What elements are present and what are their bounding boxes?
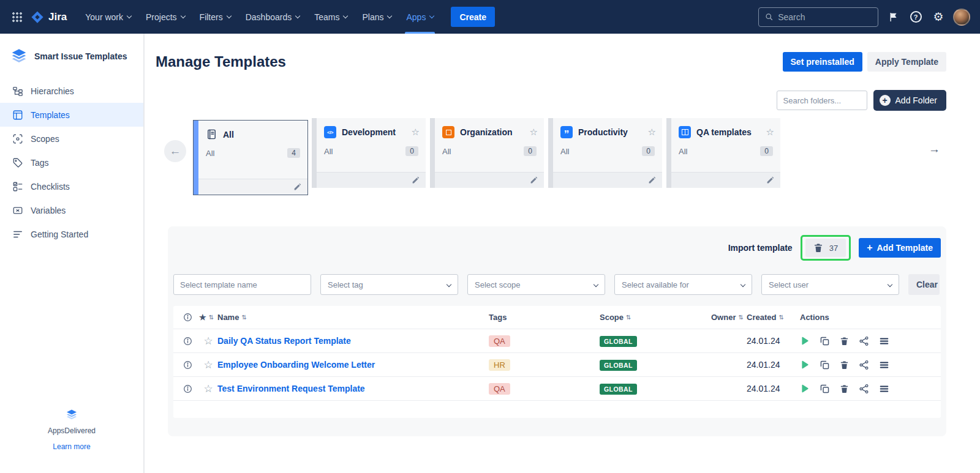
select-value: Select available for: [622, 280, 689, 289]
user-filter-select[interactable]: Select user: [761, 274, 899, 295]
sidebar-item-getting-started[interactable]: Getting Started: [0, 222, 143, 246]
edit-folder-button[interactable]: [766, 176, 774, 184]
row-actions: [800, 384, 941, 394]
run-template-button[interactable]: [800, 384, 810, 393]
apply-template-button[interactable]: Apply Template: [867, 52, 946, 72]
scope-filter-select[interactable]: Select scope: [467, 274, 605, 295]
nav-dashboards[interactable]: Dashboards: [238, 0, 307, 34]
favorite-star-icon[interactable]: ☆: [199, 335, 217, 348]
favorite-star-icon[interactable]: ☆: [530, 127, 538, 138]
row-menu-button[interactable]: [879, 360, 889, 370]
edit-folder-button[interactable]: [648, 176, 656, 184]
scope-column-header[interactable]: Scope ⇅: [600, 313, 711, 322]
favorite-column-header[interactable]: ★ ⇅: [199, 313, 217, 322]
folder-card-mid: All 4: [198, 140, 307, 158]
nav-apps[interactable]: Apps: [399, 0, 441, 34]
template-info-button[interactable]: [183, 384, 199, 393]
favorite-star-icon[interactable]: ☆: [412, 127, 420, 138]
row-menu-button[interactable]: [879, 336, 889, 346]
global-search-input[interactable]: [778, 12, 872, 22]
favorite-star-icon[interactable]: ☆: [766, 127, 774, 138]
run-template-button[interactable]: [800, 336, 810, 346]
carousel-left-arrow[interactable]: ←: [164, 140, 186, 162]
sidebar-item-checklists[interactable]: Checklists: [0, 174, 143, 198]
folder-card-productivity[interactable]: ” Productivity ☆ All 0: [548, 118, 662, 188]
add-folder-label: Add Folder: [895, 95, 937, 105]
template-info-button[interactable]: [183, 337, 199, 346]
folder-card-qa-templates[interactable]: QA templates ☆ All 0: [666, 118, 780, 188]
share-template-button[interactable]: [859, 360, 869, 370]
add-folder-button[interactable]: + Add Folder: [873, 90, 946, 111]
share-icon: [859, 336, 869, 346]
settings-button[interactable]: ⚙: [930, 9, 946, 25]
folder-card-top: Organization ☆: [435, 118, 544, 138]
folder-card-all[interactable]: All All 4: [194, 121, 307, 195]
share-template-button[interactable]: [859, 336, 869, 346]
tag-filter-select[interactable]: Select tag: [320, 274, 458, 295]
table-header-row: ★ ⇅ Name ⇅ Tags Scope ⇅: [173, 306, 941, 329]
available-for-filter-select[interactable]: Select available for: [614, 274, 752, 295]
copy-template-button[interactable]: [820, 384, 830, 394]
nav-filters[interactable]: Filters: [192, 0, 238, 34]
favorite-star-icon[interactable]: ☆: [199, 359, 217, 371]
edit-folder-button[interactable]: [530, 176, 538, 184]
user-avatar[interactable]: [953, 9, 970, 26]
edit-folder-button[interactable]: [293, 183, 301, 191]
nav-your-work[interactable]: Your work: [78, 0, 138, 34]
template-name-link[interactable]: Employee Onboarding Welcome Letter: [217, 360, 489, 370]
primary-nav: Your work Projects Filters Dashboards Te…: [78, 0, 441, 34]
folder-card-organization[interactable]: Organization ☆ All 0: [430, 118, 544, 188]
sidebar-item-templates[interactable]: Templates: [0, 103, 143, 127]
nav-projects[interactable]: Projects: [138, 0, 192, 34]
share-template-button[interactable]: [859, 384, 869, 394]
favorite-star-icon[interactable]: ☆: [648, 127, 656, 138]
column-label: Created: [747, 313, 776, 322]
sidebar-item-variables[interactable]: Variables: [0, 198, 143, 222]
search-folders-input[interactable]: [777, 91, 867, 110]
info-icon: [183, 360, 192, 370]
run-template-button[interactable]: [800, 360, 810, 370]
jira-logo[interactable]: Jira: [31, 10, 67, 24]
folder-count-badge: 0: [760, 146, 773, 156]
delete-template-button[interactable]: [840, 360, 849, 370]
sidebar-item-tags[interactable]: Tags: [0, 151, 143, 174]
delete-template-button[interactable]: [840, 384, 849, 393]
template-name-link[interactable]: Daily QA Status Report Template: [217, 336, 489, 346]
template-filters: Select tag Select scope Select available…: [173, 274, 941, 295]
create-button[interactable]: Create: [451, 7, 495, 27]
delete-template-button[interactable]: [840, 337, 849, 346]
favorite-star-icon[interactable]: ☆: [199, 382, 217, 395]
add-template-button[interactable]: + Add Template: [859, 238, 941, 258]
import-template-button[interactable]: Import template: [728, 243, 793, 253]
folder-card-footer: [198, 179, 307, 195]
set-preinstalled-button[interactable]: Set preinstalled: [783, 52, 862, 72]
copy-template-button[interactable]: [820, 360, 830, 370]
play-icon: [800, 360, 810, 370]
name-column-header[interactable]: Name ⇅: [217, 313, 489, 322]
edit-folder-button[interactable]: [412, 176, 420, 184]
nav-teams[interactable]: Teams: [307, 0, 355, 34]
template-name-link[interactable]: Test Environment Request Template: [217, 384, 489, 393]
clear-filters-button[interactable]: Clear: [908, 274, 940, 295]
learn-more-link[interactable]: Learn more: [53, 442, 90, 451]
folder-cards: All All 4: [194, 118, 780, 195]
template-name-filter-input[interactable]: [173, 274, 311, 295]
owner-column-header[interactable]: Owner ⇅: [711, 313, 747, 322]
template-trash-bin-button[interactable]: 37: [805, 239, 846, 257]
folder-card-development[interactable]: </> Development ☆ All 0: [312, 118, 426, 188]
template-info-button[interactable]: [183, 360, 199, 370]
row-actions: [800, 360, 941, 370]
folder-card-strip: [430, 118, 435, 188]
global-search[interactable]: [758, 7, 878, 27]
announcement-flag-button[interactable]: [885, 9, 901, 25]
folders-toolbar: + Add Folder: [156, 90, 946, 111]
copy-template-button[interactable]: [820, 336, 830, 346]
carousel-right-arrow[interactable]: →: [929, 143, 940, 156]
nav-plans[interactable]: Plans: [355, 0, 399, 34]
app-switcher-button[interactable]: [6, 7, 27, 28]
row-menu-button[interactable]: [879, 384, 889, 394]
sidebar-item-scopes[interactable]: Scopes: [0, 127, 143, 151]
sidebar-item-hierarchies[interactable]: Hierarchies: [0, 79, 143, 103]
help-button[interactable]: ?: [908, 9, 924, 25]
created-column-header[interactable]: Created ⇅: [747, 313, 800, 322]
